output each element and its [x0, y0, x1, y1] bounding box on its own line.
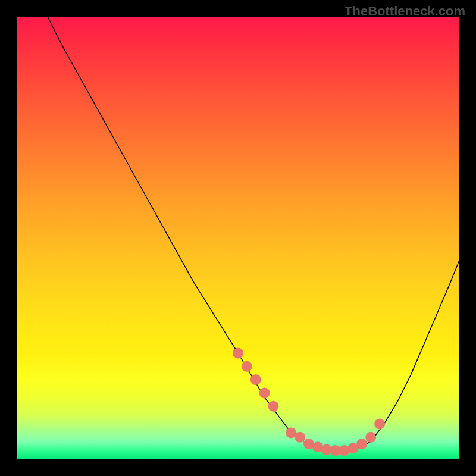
bottleneck-curve — [48, 17, 459, 450]
marker-dot — [233, 347, 243, 358]
chart-svg — [17, 17, 459, 459]
marker-dot — [242, 361, 252, 372]
marker-dot — [259, 387, 270, 398]
plot-area — [17, 17, 459, 459]
marker-dot — [374, 419, 385, 430]
marker-group — [233, 347, 385, 456]
watermark-text: TheBottleneck.com — [345, 4, 465, 19]
marker-dot — [356, 439, 367, 449]
marker-dot — [268, 401, 279, 412]
marker-dot — [250, 374, 261, 385]
marker-dot — [295, 432, 305, 443]
marker-dot — [365, 432, 376, 443]
